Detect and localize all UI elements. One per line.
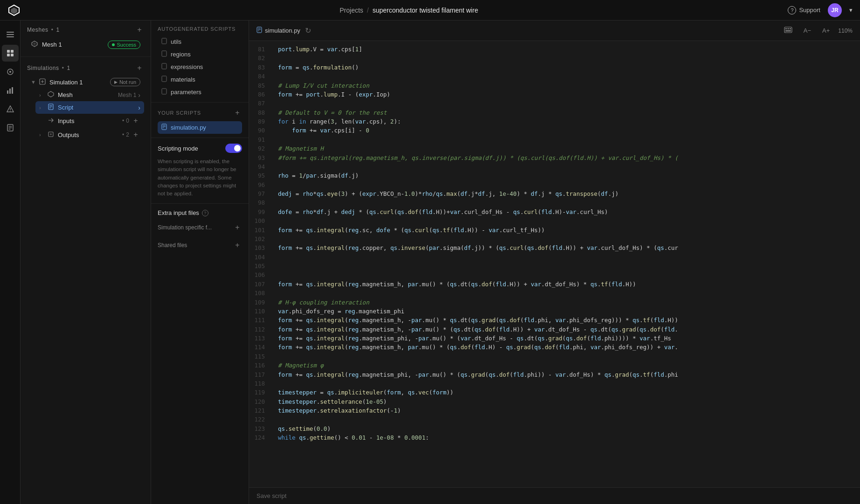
svg-rect-5 (7, 50, 10, 53)
script-child[interactable]: › Script › (35, 101, 144, 114)
editor-tab[interactable]: simulation.py ↻ (257, 26, 311, 35)
svg-rect-40 (784, 27, 792, 33)
outputs-count: 2 (126, 131, 129, 138)
svg-point-15 (10, 110, 11, 111)
inputs-child[interactable]: Inputs • 0 + (35, 114, 144, 128)
scripting-description: When scripting is enabled, the simulatio… (158, 158, 242, 198)
save-script-button[interactable]: Save script (257, 492, 286, 499)
meshes-section: Meshes • 1 + Mesh 1 Success (21, 21, 151, 55)
svg-rect-4 (7, 36, 14, 37)
user-dropdown-button[interactable]: ▾ (849, 7, 853, 14)
script-utils[interactable]: utils (158, 35, 242, 48)
svg-rect-32 (162, 124, 166, 130)
svg-rect-2 (7, 32, 14, 33)
add-output-button[interactable]: + (131, 130, 140, 139)
mesh-item[interactable]: Mesh 1 Success (27, 37, 144, 52)
extra-files-label: Extra input files ? (158, 209, 208, 216)
script-materials-label: materials (171, 76, 195, 83)
editor-footer: Save script (249, 487, 860, 504)
code-content[interactable]: port.lump.V = var.cps[1] form = qs.formu… (270, 41, 860, 487)
svg-point-10 (9, 71, 11, 73)
file-icon-materials (161, 76, 167, 83)
svg-rect-43 (790, 28, 791, 30)
simulations-title: Simulations • 1 (27, 65, 70, 71)
script-panel: Autogenerated scripts utils regions (151, 21, 249, 504)
svg-rect-3 (7, 34, 14, 35)
editor-tab-icon (257, 27, 262, 35)
script-expressions-label: expressions (171, 63, 203, 70)
svg-rect-8 (11, 54, 14, 56)
refresh-icon[interactable]: ↻ (305, 26, 311, 35)
svg-rect-31 (162, 89, 166, 94)
svg-rect-6 (11, 50, 14, 53)
chevron-down-icon: ▼ (31, 79, 37, 85)
simulation-specific-row: Simulation specific f... + (158, 221, 242, 234)
script-regions[interactable]: regions (158, 48, 242, 61)
script-label: Script (58, 104, 136, 111)
sim-mesh-child[interactable]: › Mesh Mesh 1 › (35, 89, 144, 101)
add-input-button[interactable]: + (131, 116, 140, 125)
user-avatar[interactable]: JR (828, 3, 842, 17)
outputs-child[interactable]: › Outputs • 2 + (35, 128, 144, 142)
projects-link[interactable]: Projects (340, 7, 363, 14)
add-simulation-button[interactable]: + (135, 63, 144, 73)
svg-rect-18 (8, 128, 12, 128)
sidebar-btn-chart[interactable] (2, 82, 19, 99)
meshes-title: Meshes • 1 (27, 27, 60, 33)
script-regions-label: regions (171, 51, 191, 58)
svg-rect-13 (12, 87, 13, 94)
increase-font-button[interactable]: A+ (819, 26, 832, 35)
add-script-button[interactable]: + (233, 108, 242, 117)
editor-header: simulation.py ↻ A− A+ 110% (249, 21, 860, 41)
script-materials[interactable]: materials (158, 73, 242, 86)
topbar-right: ? Support JR ▾ (788, 3, 853, 17)
app-logo[interactable] (7, 4, 21, 17)
script-expressions[interactable]: expressions (158, 61, 242, 73)
meshes-header: Meshes • 1 + (27, 25, 144, 35)
sidebar-btn-shapes[interactable] (2, 63, 19, 80)
script-parameters[interactable]: parameters (158, 86, 242, 98)
sidebar-btn-notes[interactable] (2, 119, 19, 136)
inputs-count-value: 0 (126, 117, 129, 124)
scripting-mode-row: Scripting mode (158, 144, 242, 153)
scripting-mode-toggle[interactable] (225, 144, 242, 153)
code-editor: simulation.py ↻ A− A+ 110% (249, 21, 860, 504)
outputs-label: Outputs (58, 131, 119, 138)
simulation-1-row[interactable]: ▼ Simulation 1 ▶ Not run (27, 76, 144, 89)
info-icon[interactable]: ? (202, 210, 208, 216)
main-layout: Meshes • 1 + Mesh 1 Success (0, 21, 860, 504)
add-shared-file-button[interactable]: + (233, 241, 242, 250)
svg-rect-17 (8, 126, 12, 127)
file-icon-parameters (161, 88, 167, 96)
sidebar-btn-mesh[interactable] (2, 45, 19, 62)
file-icon-expressions (161, 63, 167, 71)
project-name: superconductor twisted filament wire (373, 7, 478, 14)
simulation-icon (39, 78, 46, 86)
sidebar-btn-menu[interactable] (2, 26, 19, 43)
add-simulation-file-button[interactable]: + (233, 223, 242, 232)
script-simulation-py[interactable]: simulation.py (158, 121, 242, 134)
sidebar-btn-warning[interactable] (2, 101, 19, 117)
mesh-child-label: Mesh (58, 91, 114, 98)
add-mesh-button[interactable]: + (135, 25, 144, 35)
mesh-name: Mesh 1 (42, 41, 104, 48)
icon-sidebar (0, 21, 21, 504)
success-dot-icon (112, 43, 115, 46)
support-button[interactable]: ? Support (788, 6, 820, 14)
not-run-badge[interactable]: ▶ Not run (110, 78, 140, 86)
breadcrumb: Projects / superconductor twisted filame… (30, 7, 788, 14)
your-scripts-label: Your scripts (158, 110, 201, 116)
outputs-chevron-icon: › (39, 132, 46, 138)
script-parameters-label: parameters (171, 89, 201, 96)
script-utils-label: utils (171, 38, 181, 45)
svg-marker-1 (11, 7, 17, 14)
outputs-icon (48, 131, 54, 139)
file-icon-simulation (161, 124, 167, 131)
inputs-count: • (122, 117, 124, 124)
decrease-font-button[interactable]: A− (801, 26, 814, 35)
keyboard-shortcut-icon[interactable] (781, 25, 795, 36)
extra-files-header: Extra input files ? (158, 209, 242, 216)
autogenerated-section: Autogenerated scripts utils regions (151, 21, 249, 103)
breadcrumb-sep: / (367, 7, 369, 14)
svg-rect-7 (7, 54, 10, 56)
